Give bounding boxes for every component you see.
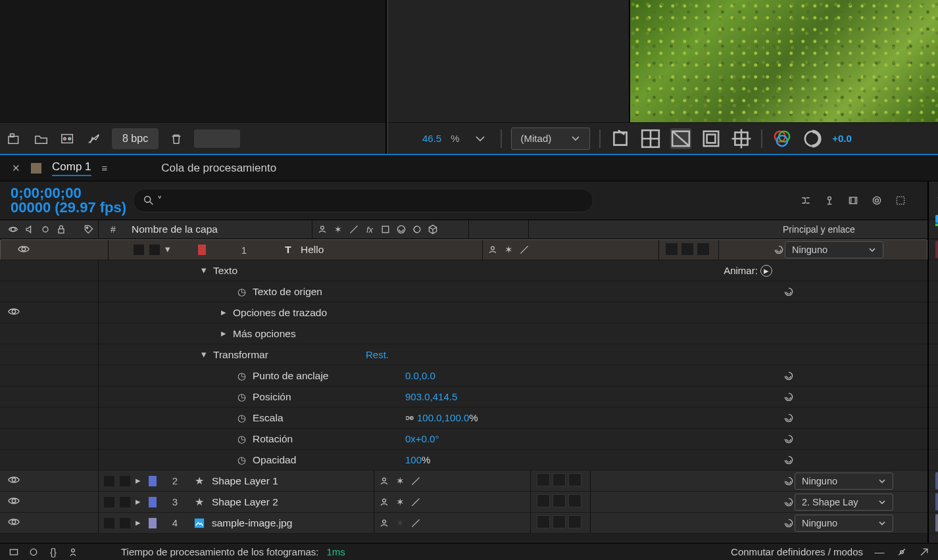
- frame-blend-icon[interactable]: [847, 195, 859, 206]
- mask-visibility-icon[interactable]: [670, 128, 691, 149]
- shy-toggle[interactable]: [378, 517, 390, 529]
- timeline-track[interactable]: [929, 281, 938, 302]
- pickwhip-icon[interactable]: [783, 286, 795, 298]
- expand-toggle[interactable]: [201, 348, 207, 360]
- visibility-toggle[interactable]: [8, 496, 20, 507]
- layer-row[interactable]: 2 ★Shape Layer 1 ✶ Ninguno: [0, 471, 927, 492]
- 3d-col-icon[interactable]: [411, 223, 423, 235]
- parent-dropdown[interactable]: Ninguno: [795, 473, 893, 490]
- tab-comp[interactable]: Comp 1: [52, 160, 91, 176]
- solo-box[interactable]: [104, 518, 114, 528]
- quality-toggle[interactable]: [518, 244, 530, 256]
- parent-dropdown[interactable]: 2. Shape Lay: [795, 494, 893, 511]
- visibility-toggle[interactable]: [18, 245, 30, 256]
- visibility-toggle[interactable]: [8, 517, 20, 528]
- video-col-icon[interactable]: [8, 223, 18, 235]
- search-project[interactable]: [194, 129, 240, 148]
- pickwhip-icon[interactable]: [783, 391, 795, 403]
- toggle-modes-label[interactable]: Conmutar definidores / modos: [731, 546, 863, 557]
- blend-boxes[interactable]: [537, 515, 584, 530]
- pickwhip-icon[interactable]: [783, 454, 795, 466]
- layer-bar[interactable]: [935, 472, 938, 490]
- layer-name[interactable]: Hello: [301, 244, 324, 256]
- position-value[interactable]: 903.0,414.5: [405, 391, 457, 402]
- expand-toggle[interactable]: [165, 243, 170, 255]
- lock-box[interactable]: [120, 497, 130, 507]
- pickwhip-icon[interactable]: [783, 517, 795, 529]
- expand-toggle[interactable]: [201, 264, 207, 276]
- pickwhip-icon[interactable]: [783, 496, 795, 508]
- rotation-value[interactable]: 0x+0.0°: [405, 433, 439, 444]
- stopwatch-icon[interactable]: [237, 412, 246, 424]
- expand-toggle[interactable]: [221, 306, 226, 318]
- layer-row[interactable]: 1 THello ✶ Ninguno: [0, 239, 927, 260]
- pickwhip-icon[interactable]: [783, 475, 795, 487]
- motion-blur-col-icon[interactable]: [380, 223, 391, 235]
- layer-bar[interactable]: [935, 241, 938, 258]
- exposure-reset-icon[interactable]: [802, 128, 823, 149]
- shy-toggle[interactable]: [378, 475, 390, 487]
- timeline-track[interactable]: [929, 492, 938, 513]
- visibility-toggle[interactable]: [8, 307, 20, 318]
- timeline-track[interactable]: [929, 239, 938, 260]
- layer-search-input[interactable]: ˅: [133, 189, 593, 212]
- expand-toggle[interactable]: [221, 327, 226, 339]
- graph-editor-icon[interactable]: [895, 195, 906, 206]
- blend-boxes[interactable]: [665, 243, 712, 258]
- fast-preview-icon[interactable]: [610, 128, 631, 149]
- layer-bar[interactable]: [935, 514, 938, 532]
- zoom-in-icon[interactable]: [918, 546, 930, 558]
- layer-name[interactable]: sample-image.jpg: [212, 517, 292, 529]
- transparency-grid-icon[interactable]: [640, 128, 661, 149]
- pickwhip-icon[interactable]: [783, 433, 795, 445]
- pickwhip-icon[interactable]: [783, 370, 795, 382]
- guides-icon[interactable]: [731, 128, 752, 149]
- close-tab-icon[interactable]: ✕: [12, 162, 20, 174]
- visibility-toggle[interactable]: [8, 475, 20, 486]
- parent-dropdown[interactable]: Ninguno: [795, 515, 893, 532]
- box-col-icon[interactable]: [427, 223, 439, 235]
- continuously-rasterize-icon[interactable]: ✶: [394, 496, 406, 508]
- timeline-track[interactable]: [929, 386, 938, 408]
- timeline-track[interactable]: [929, 408, 938, 429]
- expand-toggle[interactable]: [136, 475, 141, 486]
- tab-render-queue[interactable]: Cola de procesamiento: [161, 162, 276, 175]
- draft3d-icon[interactable]: [824, 195, 835, 206]
- name-header[interactable]: Nombre de la capa: [132, 223, 218, 235]
- toggle-switch-1-icon[interactable]: [8, 546, 20, 558]
- layer-name[interactable]: Shape Layer 2: [212, 496, 278, 508]
- toggle-switch-3-icon[interactable]: {}: [47, 546, 59, 558]
- solo-col-icon[interactable]: [40, 223, 51, 235]
- quality-toggle[interactable]: [410, 475, 422, 487]
- continuously-rasterize-icon[interactable]: ✶: [503, 244, 514, 256]
- timeline-track[interactable]: [929, 344, 938, 365]
- stopwatch-icon[interactable]: [237, 286, 246, 298]
- layer-row[interactable]: 4 sample-image.jpg ✶ Ninguno: [0, 513, 927, 534]
- quality-toggle[interactable]: [410, 496, 422, 508]
- property-row[interactable]: Transformar Rest.: [0, 344, 927, 365]
- timeline-track[interactable]: [929, 450, 938, 471]
- adjustment-col-icon[interactable]: [395, 223, 407, 235]
- resolution-dropdown[interactable]: (Mitad): [511, 128, 591, 150]
- zoom-value[interactable]: 46.5: [422, 133, 441, 144]
- audio-col-icon[interactable]: [24, 223, 34, 235]
- zoom-out-icon[interactable]: —: [874, 546, 885, 558]
- stopwatch-icon[interactable]: [237, 433, 246, 445]
- shy-toggle[interactable]: [378, 496, 390, 508]
- quality-toggle[interactable]: [410, 517, 422, 529]
- continuously-rasterize-icon[interactable]: ✶: [394, 475, 406, 487]
- layer-bar[interactable]: [935, 493, 938, 511]
- label-col-icon[interactable]: [84, 223, 94, 235]
- property-row[interactable]: Texto Animar: ▸: [0, 260, 927, 281]
- transform-reset[interactable]: Rest.: [366, 349, 389, 360]
- exposure-value[interactable]: +0.0: [832, 133, 852, 144]
- timeline-track[interactable]: [929, 323, 938, 344]
- delete-icon[interactable]: [168, 131, 185, 146]
- property-row[interactable]: Escala 100.0,100.0%: [0, 408, 927, 429]
- timeline-track[interactable]: [929, 365, 938, 386]
- parent-dropdown[interactable]: Ninguno: [785, 241, 883, 258]
- timeline-track[interactable]: [929, 302, 938, 323]
- solo-box[interactable]: [104, 476, 114, 486]
- constrain-proportions-icon[interactable]: [405, 412, 417, 424]
- expand-toggle[interactable]: [136, 517, 141, 528]
